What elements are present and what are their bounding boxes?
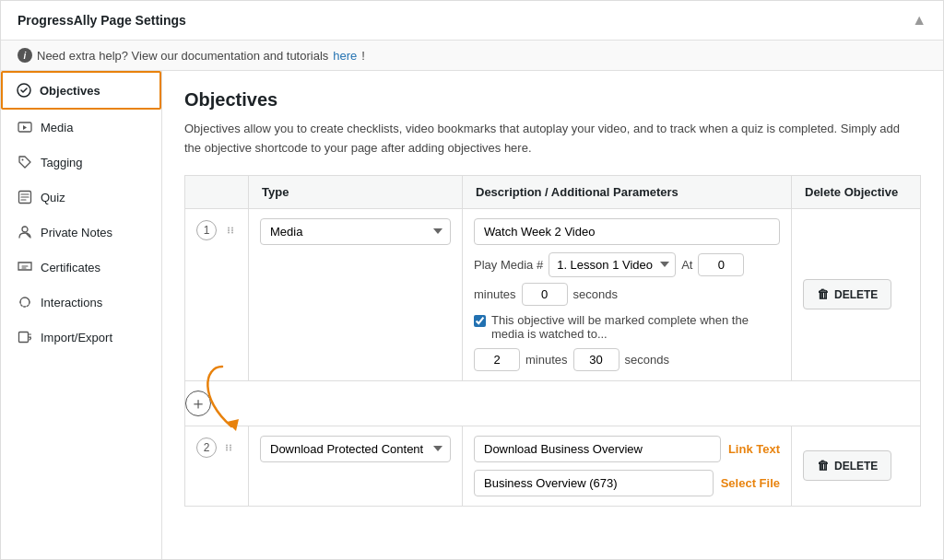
check-shield-icon: [16, 82, 32, 99]
sidebar-item-interactions[interactable]: Interactions: [1, 285, 161, 320]
row-1-number: 1: [196, 220, 217, 240]
import-export-icon: [17, 329, 33, 345]
sidebar-item-objectives-label: Objectives: [40, 84, 100, 98]
row-2-delete-button[interactable]: 🗑 DELETE: [803, 450, 891, 481]
row-1-description-input[interactable]: [474, 218, 780, 245]
help-suffix: !: [361, 49, 365, 63]
collapse-icon[interactable]: ▲: [912, 12, 926, 29]
row-2-file-input[interactable]: [474, 470, 714, 496]
svg-point-15: [226, 447, 228, 449]
sidebar-item-certificates-label: Certificates: [41, 261, 100, 274]
row-2-desc-wrapper: Link Text: [474, 436, 780, 462]
play-media-label: Play Media #: [474, 258, 543, 272]
at-label: At: [681, 258, 692, 272]
row-1-delete-button[interactable]: 🗑 DELETE: [803, 279, 891, 309]
row-2-type-select[interactable]: Media Download Protected Content Quiz: [260, 436, 451, 462]
svg-point-11: [231, 231, 233, 233]
seconds-label: seconds: [573, 287, 618, 301]
row-2-description-input[interactable]: [474, 436, 721, 462]
help-text: Need extra help? View our documentation …: [37, 49, 328, 63]
table-row-2: 2 Media Download Protected Content Quiz: [185, 426, 921, 506]
objectives-description: Objectives allow you to create checklist…: [184, 120, 903, 158]
select-file-label: Select File: [721, 476, 780, 490]
page-wrapper: ProgressAlly Page Settings ▲ i Need extr…: [0, 0, 944, 560]
sidebar-item-media[interactable]: Media: [1, 110, 161, 145]
objectives-section-title: Objectives: [184, 89, 921, 111]
row-1-media-select[interactable]: 1. Lesson 1 Video: [549, 252, 676, 277]
sidebar-item-interactions-label: Interactions: [41, 296, 102, 309]
sidebar-item-tagging-label: Tagging: [41, 156, 83, 169]
sidebar: Objectives Media Taggi: [1, 71, 162, 559]
sidebar-item-import-export[interactable]: Import/Export: [1, 320, 161, 355]
page-title: ProgressAlly Page Settings: [18, 13, 186, 28]
row-2-file-row: Select File: [474, 470, 780, 496]
svg-point-18: [230, 449, 231, 450]
row-1-type-select[interactable]: Media Download Protected Content Quiz: [260, 218, 451, 245]
row-1-minutes-input[interactable]: [522, 283, 568, 306]
svg-point-14: [230, 444, 231, 446]
sidebar-item-objectives[interactable]: Objectives: [1, 71, 161, 110]
watched-minutes-label: minutes: [525, 353, 568, 367]
sidebar-item-private-notes[interactable]: Private Notes: [1, 215, 161, 250]
add-btn-cell: ＋: [185, 380, 921, 426]
sidebar-item-certificates[interactable]: Certificates: [1, 250, 161, 285]
sidebar-item-tagging[interactable]: Tagging: [1, 145, 161, 180]
sidebar-item-import-export-label: Import/Export: [41, 331, 112, 344]
link-text-label: Link Text: [728, 442, 780, 456]
svg-point-8: [228, 229, 230, 231]
help-bar: i Need extra help? View our documentatio…: [1, 41, 943, 71]
svg-point-16: [230, 447, 231, 449]
row-2-delete-cell: 🗑 DELETE: [792, 426, 921, 506]
sidebar-item-private-notes-label: Private Notes: [41, 226, 112, 239]
page-header: ProgressAlly Page Settings ▲: [1, 1, 943, 41]
table-header-row: Type Description / Additional Parameters…: [185, 175, 921, 208]
sidebar-item-media-label: Media: [41, 121, 73, 134]
tag-icon: [17, 154, 33, 170]
row-1-drag-handle[interactable]: [224, 224, 237, 237]
svg-point-10: [228, 231, 230, 233]
col-header-num: [185, 175, 249, 208]
trash-icon-1: 🗑: [817, 287, 829, 301]
add-objective-button[interactable]: ＋: [185, 391, 211, 416]
help-link[interactable]: here: [333, 49, 357, 63]
row-2-type-cell: Media Download Protected Content Quiz: [249, 426, 463, 506]
interactions-icon: [17, 294, 33, 310]
row-1-type-cell: Media Download Protected Content Quiz: [249, 208, 463, 380]
row-1-checkbox-row: This objective will be marked complete w…: [474, 313, 780, 341]
row-1-checkbox[interactable]: [474, 315, 486, 327]
media-icon: [17, 119, 33, 135]
col-header-desc: Description / Additional Parameters: [463, 175, 792, 208]
sidebar-item-quiz-label: Quiz: [41, 191, 65, 204]
table-row-1: 1 Media Download Protected Content Quiz: [185, 208, 921, 380]
info-icon: i: [18, 48, 32, 63]
row-1-minutes-row: minutes seconds: [474, 283, 780, 306]
minutes-label: minutes: [474, 287, 516, 301]
row-1-at-input[interactable]: [698, 253, 744, 276]
sidebar-item-quiz[interactable]: Quiz: [1, 180, 161, 215]
trash-icon-2: 🗑: [817, 459, 829, 472]
row-1-watched-row: minutes seconds: [474, 348, 780, 371]
col-header-delete: Delete Objective: [792, 175, 921, 208]
quiz-icon: [17, 189, 33, 205]
row-2-drag-handle[interactable]: [224, 443, 233, 452]
add-btn-table-row: ＋: [185, 380, 921, 426]
row-1-num-cell: 1: [185, 208, 249, 380]
row-1-checkbox-label: This objective will be marked complete w…: [491, 313, 780, 341]
row-2-number: 2: [196, 438, 217, 458]
svg-point-9: [231, 229, 233, 231]
row-2-num-cell: 2: [185, 426, 249, 506]
delete-label-1: DELETE: [834, 288, 878, 301]
svg-rect-5: [19, 332, 29, 343]
svg-point-2: [22, 159, 24, 161]
svg-point-13: [226, 444, 228, 446]
row-2-desc-cell: Link Text Select File: [463, 426, 792, 506]
delete-label-2: DELETE: [834, 460, 878, 472]
objectives-table: Type Description / Additional Parameters…: [184, 175, 921, 507]
svg-point-4: [22, 227, 28, 232]
watched-seconds-label: seconds: [625, 353, 669, 367]
note-icon: [17, 224, 33, 240]
certificate-icon: [17, 259, 33, 275]
row-1-watched-minutes-input[interactable]: [474, 348, 520, 371]
main-layout: Objectives Media Taggi: [1, 71, 943, 559]
row-1-watched-seconds-input[interactable]: [573, 348, 620, 371]
